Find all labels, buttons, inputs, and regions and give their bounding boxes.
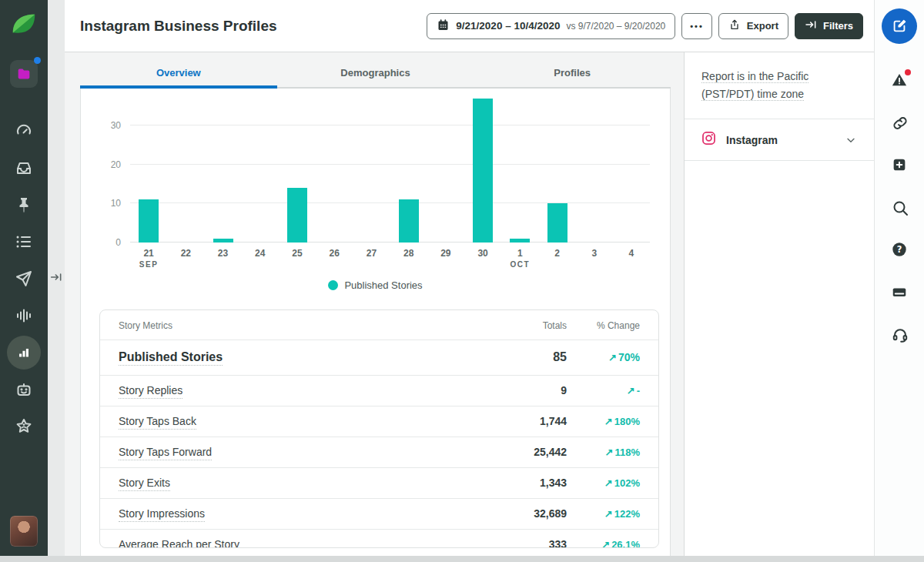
notification-dot — [34, 57, 41, 64]
source-instagram-row[interactable]: Instagram — [685, 119, 874, 161]
date-compare-label: vs 9/7/2020 – 9/20/2020 — [566, 21, 665, 32]
alert-dot — [905, 69, 911, 75]
sidebar-saved[interactable] — [15, 196, 33, 214]
table-body: Published Stories85↗70%Story Replies9↗-S… — [100, 340, 658, 548]
tab-profiles[interactable]: Profiles — [474, 60, 671, 87]
links-button[interactable] — [891, 114, 908, 131]
y-axis-tick: 10 — [111, 198, 121, 209]
trend-up-icon: ↗ — [601, 539, 610, 548]
trend-up-icon: ↗ — [604, 477, 613, 489]
col-story-metrics: Story Metrics — [119, 320, 482, 331]
y-axis-tick: 20 — [111, 159, 121, 170]
sprout-logo[interactable] — [9, 11, 38, 40]
y-axis-tick: 0 — [116, 237, 121, 248]
legend-label: Published Stories — [344, 279, 422, 291]
x-axis-label: 2 — [538, 248, 575, 269]
bar-30[interactable] — [473, 99, 493, 243]
x-axis-label: 3 — [576, 248, 613, 269]
sidebar-inbox[interactable] — [15, 159, 33, 177]
filters-button[interactable]: Filters — [795, 13, 863, 39]
tab-demographics[interactable]: Demographics — [277, 60, 474, 87]
metric-total: 25,442 — [482, 446, 567, 458]
table-row: Published Stories85↗70% — [100, 340, 658, 375]
table-row: Story Impressions32,689↗122% — [100, 498, 658, 529]
instagram-icon — [701, 131, 716, 149]
chart-bars — [130, 101, 650, 243]
table-row: Story Exits1,343↗102% — [100, 467, 658, 498]
metric-label[interactable]: Story Exits — [119, 477, 170, 491]
sidebar-reports[interactable] — [7, 336, 41, 370]
metric-label[interactable]: Story Taps Forward — [119, 446, 212, 460]
x-axis-label: 1OCT — [501, 248, 538, 269]
more-options-button[interactable]: ••• — [681, 13, 712, 39]
metric-change: ↗180% — [567, 416, 640, 427]
timezone-note[interactable]: Report is in the Pacific (PST/PDT) time … — [701, 68, 857, 103]
date-range-button[interactable]: 9/21/2020 – 10/4/2020 vs 9/7/2020 – 9/20… — [427, 13, 675, 39]
chevron-down-icon — [845, 134, 857, 146]
right-rail: ? — [874, 0, 924, 556]
trend-up-icon: ↗ — [605, 447, 614, 458]
date-range-label: 9/21/2020 – 10/4/2020 — [456, 20, 560, 32]
filters-arrow-icon — [805, 18, 817, 33]
left-sidebar — [0, 0, 48, 556]
metric-label[interactable]: Story Taps Back — [119, 415, 196, 430]
sidebar-listening[interactable] — [15, 306, 33, 325]
sidebar-lists[interactable] — [15, 232, 33, 251]
sidebar-influencer[interactable] — [15, 417, 33, 436]
compose-button[interactable] — [882, 8, 917, 44]
bar-2[interactable] — [547, 203, 567, 243]
overview-card: 0102030 21SEP2223242526272829301OCT234 P… — [80, 89, 671, 556]
metric-label[interactable]: Story Replies — [119, 384, 182, 399]
table-row: Story Replies9↗- — [100, 375, 658, 406]
bar-25[interactable] — [287, 188, 307, 243]
col-totals: Totals — [482, 320, 567, 331]
sidebar-dashboard[interactable] — [15, 122, 33, 140]
bar-1[interactable] — [510, 239, 530, 243]
sidebar-publishing[interactable] — [15, 269, 33, 288]
bar-21[interactable] — [139, 199, 159, 243]
collapse-rail — [48, 0, 65, 556]
legend-dot-icon — [328, 280, 338, 290]
card-button[interactable] — [891, 283, 908, 300]
main-content: OverviewDemographicsProfiles 0102030 21S… — [65, 52, 684, 556]
help-button[interactable]: ? — [891, 241, 908, 258]
add-button[interactable] — [891, 156, 908, 173]
tab-overview[interactable]: Overview — [80, 60, 277, 87]
trend-up-icon: ↗ — [604, 416, 613, 427]
right-panel: Report is in the Pacific (PST/PDT) time … — [684, 52, 874, 556]
profile-avatar[interactable] — [10, 516, 38, 547]
published-stories-chart: 0102030 — [130, 101, 650, 243]
x-axis-label: 22 — [167, 248, 204, 269]
col-percent-change: % Change — [567, 320, 640, 331]
bar-23[interactable] — [213, 239, 233, 243]
table-row: Story Taps Forward25,442↗118% — [100, 437, 658, 467]
page-header: Instagram Business Profiles 9/21/2020 – … — [65, 0, 874, 52]
support-button[interactable] — [891, 326, 908, 343]
metric-total: 1,343 — [482, 477, 567, 489]
x-axis-label: 27 — [353, 248, 390, 269]
trend-up-icon: ↗ — [627, 385, 635, 396]
bar-28[interactable] — [399, 199, 419, 243]
workspace-folder[interactable] — [10, 60, 38, 88]
metric-label[interactable]: Published Stories — [119, 350, 223, 366]
y-axis-tick: 30 — [111, 120, 121, 131]
export-button[interactable]: Export — [718, 13, 788, 39]
metric-total: 1,744 — [482, 415, 567, 427]
expand-sidebar-icon[interactable] — [50, 271, 62, 283]
metric-total: 9 — [482, 384, 567, 396]
chart-legend[interactable]: Published Stories — [81, 279, 670, 291]
metric-label[interactable]: Story Impressions — [119, 507, 205, 522]
alerts-button[interactable] — [891, 72, 908, 89]
chart-xlabels: 21SEP2223242526272829301OCT234 — [130, 248, 650, 269]
metric-label[interactable]: Average Reach per Story — [119, 538, 239, 548]
metric-total: 32,689 — [482, 507, 567, 520]
metric-change: ↗122% — [567, 508, 640, 520]
table-header: Story Metrics Totals % Change — [100, 310, 658, 340]
trend-up-icon: ↗ — [604, 508, 613, 520]
x-axis-label: 21SEP — [130, 248, 167, 269]
tabbar: OverviewDemographicsProfiles — [80, 60, 671, 89]
search-button[interactable] — [891, 199, 908, 216]
sidebar-automation[interactable] — [15, 380, 33, 399]
metric-total: 333 — [482, 538, 567, 548]
x-axis-label: 23 — [204, 248, 241, 269]
